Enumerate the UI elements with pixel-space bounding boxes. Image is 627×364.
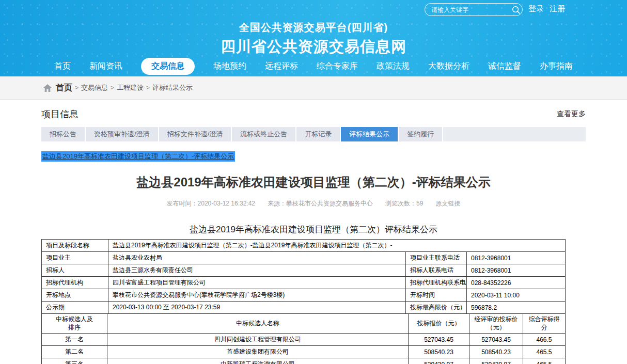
- login-link[interactable]: 登录: [528, 4, 544, 14]
- tab-failed-or-terminated[interactable]: 流标或终止公告: [232, 127, 296, 141]
- table-row: 招标人 盐边县三源水务有限责任公司 招标人联系电话 0812-3968001: [42, 264, 566, 277]
- home-icon[interactable]: [43, 84, 52, 92]
- candidate-evaluated: 529430.97: [469, 358, 523, 364]
- nav-item-expert-pool[interactable]: 综合专家库: [317, 61, 358, 72]
- table-row: 公示期 2020-03-13 00:00 至 2020-03-17 23:59 …: [42, 302, 566, 314]
- candidate-score: 465.5: [523, 358, 566, 364]
- breadcrumb-home[interactable]: 首页: [56, 83, 72, 93]
- nav-item-guide[interactable]: 办事指南: [540, 61, 573, 72]
- tab-bid-document-addendum[interactable]: 招标文件补遗/澄清: [159, 127, 232, 141]
- nav-item-venue-booking[interactable]: 场地预约: [213, 61, 246, 72]
- info-label: 招标人: [42, 264, 108, 277]
- tab-strip-filler: [443, 127, 586, 141]
- col-header-name: 中标候选人名称: [107, 314, 409, 334]
- selected-announcement-link[interactable]: 盐边县2019年高标准农田建设项目监理（第二次）-评标结果公示: [41, 151, 235, 162]
- info-value: 0812-3968001: [467, 252, 566, 264]
- info-value: 028-84352226: [467, 277, 566, 289]
- candidate-name: 首盛建设集团有限公司: [107, 346, 409, 358]
- info-label: 招标代理机构联系电话: [406, 277, 467, 289]
- info-value: 596878.2: [467, 302, 566, 314]
- candidate-evaluated: 508540.23: [469, 346, 523, 358]
- info-value: 盐边县农业农村局: [108, 252, 406, 264]
- info-value: 攀枝花市公共资源交易服务中心(攀枝花学院学府广场2号楼3楼): [108, 289, 406, 302]
- result-table-wrap: 项目及标段名称 盐边县2019年高标准农田建设项目监理（第二次）-盐边县2019…: [41, 239, 586, 364]
- tab-strip: 招标公告 资格预审补遗/澄清 招标文件补遗/澄清 流标或终止公告 开标记录 评标…: [41, 127, 586, 141]
- register-link[interactable]: 注册: [550, 4, 565, 14]
- candidate-row: 第一名 四川同创建设工程管理有限公司 527043.45 527043.45 4…: [42, 334, 566, 346]
- candidate-row: 第二名 首盛建设集团有限公司 508540.23 508540.23 465.5: [42, 346, 566, 358]
- info-value: 2020-03-13 00:00 至 2020-03-17 23:59: [108, 302, 406, 314]
- info-label: 投标最高限价（元）: [406, 302, 467, 314]
- col-header-score: 综合评标得分: [523, 314, 566, 334]
- tab-bid-announcement[interactable]: 招标公告: [41, 127, 86, 141]
- section-title: 项目信息: [41, 108, 79, 120]
- breadcrumb-result-publicity[interactable]: 评标结果公示: [152, 83, 193, 92]
- candidate-rank: 第一名: [42, 334, 107, 346]
- candidate-evaluated: 527043.45: [469, 334, 523, 346]
- original-link[interactable]: 原文链接: [435, 199, 460, 208]
- project-info-table: 项目及标段名称 盐边县2019年高标准农田建设项目监理（第二次）-盐边县2019…: [41, 239, 566, 314]
- candidate-bid: 529430.97: [409, 358, 469, 364]
- search-box[interactable]: [425, 3, 523, 16]
- breadcrumb-separator: >: [75, 84, 79, 91]
- nav-item-policies[interactable]: 政策法规: [377, 61, 410, 72]
- candidate-name: 中新凯瑞工程咨询有限公司: [107, 358, 409, 364]
- article-title: 盐边县2019年高标准农田建设项目监理（第二次）-评标结果公示: [41, 174, 586, 191]
- nav-item-bigdata[interactable]: 大数据分析: [428, 61, 469, 72]
- site-supertitle: 全国公共资源交易平台(四川省): [0, 21, 627, 35]
- info-value: 盐边县三源水务有限责任公司: [108, 264, 406, 277]
- search-input[interactable]: [431, 6, 511, 13]
- info-label: 项目业主联系电话: [406, 252, 467, 264]
- info-label: 招标代理机构: [42, 277, 108, 289]
- breadcrumb-separator: >: [146, 84, 150, 91]
- breadcrumb-trade-info[interactable]: 交易信息: [81, 83, 108, 92]
- tab-prequalification-addendum[interactable]: 资格预审补遗/澄清: [86, 127, 159, 141]
- publish-time: 发布时间：2020-03-12 16:32:42: [167, 199, 255, 208]
- col-header-bid: 投标报价（元）: [409, 314, 469, 334]
- tab-evaluation-result[interactable]: 评标结果公示: [341, 127, 399, 141]
- breadcrumb: 首页 > 交易信息 > 工程建设 > 评标结果公示: [0, 76, 627, 100]
- info-label: 开标地点: [42, 289, 108, 302]
- candidates-header-row: 中标候选人及排序 中标候选人名称 投标报价（元） 经评审的投标价（元） 综合评标…: [42, 314, 566, 334]
- site-header: 登录 注册 全国公共资源交易平台(四川省) 四川省公共资源交易信息网 首页 新闻…: [0, 0, 627, 76]
- candidate-row: 第三名 中新凯瑞工程咨询有限公司 529430.97 529430.97 465…: [42, 358, 566, 364]
- table-row: 项目及标段名称 盐边县2019年高标准农田建设项目监理（第二次）-盐边县2019…: [42, 240, 566, 252]
- candidates-table: 中标候选人及排序 中标候选人名称 投标报价（元） 经评审的投标价（元） 综合评标…: [41, 313, 566, 364]
- info-label: 开标时间: [406, 289, 467, 302]
- site-title: 四川省公共资源交易信息网: [0, 37, 627, 57]
- search-icon[interactable]: [511, 5, 521, 14]
- breadcrumb-separator: >: [111, 84, 114, 91]
- view-more-link[interactable]: 查看更多: [557, 109, 586, 119]
- info-label: 项目及标段名称: [42, 240, 108, 252]
- candidate-bid: 508540.23: [409, 346, 469, 358]
- nav-item-integrity[interactable]: 诚信监督: [488, 61, 521, 72]
- article-meta: 发布时间：2020-03-12 16:32:42 来源：攀枝花市公共资源交易服务…: [41, 199, 586, 208]
- candidate-score: 466.5: [523, 334, 566, 346]
- col-header-evaluated: 经评审的投标价（元）: [469, 314, 523, 334]
- main-content: 项目信息 查看更多 招标公告 资格预审补遗/澄清 招标文件补遗/澄清 流标或终止…: [0, 100, 627, 364]
- nav-item-home[interactable]: 首页: [54, 61, 71, 72]
- info-value: 0812-3968001: [467, 264, 566, 277]
- col-header-rank: 中标候选人及排序: [42, 314, 107, 334]
- result-table-title: 盐边县2019年高标准农田建设项目监理（第二次）评标结果公示: [41, 224, 586, 235]
- candidate-score: 465.5: [523, 346, 566, 358]
- info-label: 招标人联系电话: [406, 264, 467, 277]
- info-value: 盐边县2019年高标准农田建设项目监理（第二次）-盐边县2019年高标准农田建设…: [108, 240, 566, 252]
- info-value: 四川省富盛工程项目管理有限公司: [108, 277, 406, 289]
- candidate-name: 四川同创建设工程管理有限公司: [107, 334, 409, 346]
- candidate-rank: 第三名: [42, 358, 107, 364]
- nav-item-remote-evaluation[interactable]: 远程评标: [265, 61, 298, 72]
- nav-item-news[interactable]: 新闻资讯: [89, 61, 122, 72]
- tab-bid-opening-record[interactable]: 开标记录: [296, 127, 341, 141]
- view-count: 浏览次数：59: [385, 199, 423, 208]
- page: 登录 注册 全国公共资源交易平台(四川省) 四川省公共资源交易信息网 首页 新闻…: [0, 0, 627, 364]
- nav-item-trade-info[interactable]: 交易信息: [141, 58, 195, 75]
- info-label: 公示期: [42, 302, 108, 314]
- info-value: 2020-03-11 10:00: [467, 289, 566, 302]
- source: 来源：攀枝花市公共资源交易服务中心: [268, 199, 373, 208]
- tab-contract-performance[interactable]: 签约履行: [399, 127, 443, 141]
- breadcrumb-engineering[interactable]: 工程建设: [117, 83, 144, 92]
- candidate-rank: 第二名: [42, 346, 107, 358]
- main-nav: 首页 新闻资讯 交易信息 场地预约 远程评标 综合专家库 政策法规 大数据分析 …: [0, 57, 627, 75]
- table-row: 开标地点 攀枝花市公共资源交易服务中心(攀枝花学院学府广场2号楼3楼) 开标时间…: [42, 289, 566, 302]
